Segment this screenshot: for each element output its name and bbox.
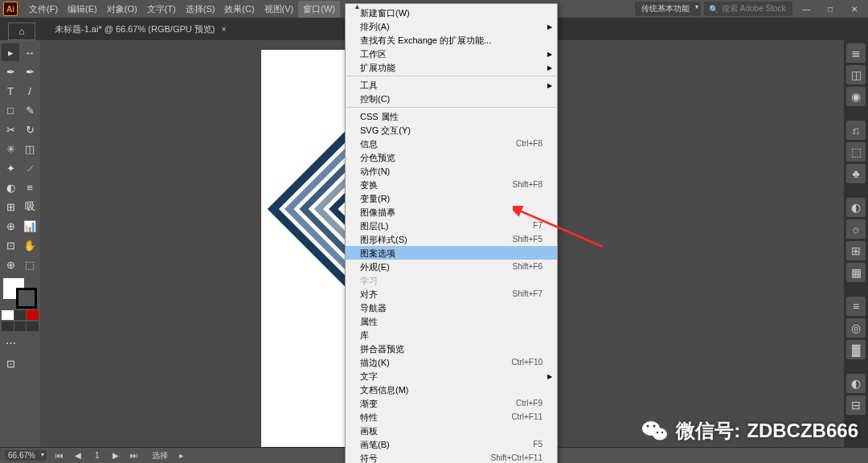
panel2-14[interactable]: ⊟ — [846, 395, 866, 415]
menu-item-32[interactable]: 画板 — [346, 424, 557, 437]
tool-5[interactable]: / — [21, 82, 39, 100]
mini-black[interactable] — [14, 310, 27, 320]
tool-7[interactable]: ✎ — [21, 101, 39, 119]
tool-13[interactable]: ⟋ — [21, 159, 39, 177]
tool-10[interactable]: ✳ — [2, 140, 19, 158]
menu-item-22[interactable]: 对齐Shift+F7 — [346, 287, 557, 301]
tool-19[interactable]: 📊 — [21, 217, 39, 235]
minimize-button[interactable]: — — [796, 2, 817, 16]
nav-prev[interactable]: ◀ — [72, 451, 84, 460]
tool-11[interactable]: ◫ — [21, 140, 39, 158]
menu-1[interactable]: 编辑(E) — [63, 1, 102, 18]
menu-item-34[interactable]: 符号Shift+Ctrl+F11 — [346, 451, 557, 463]
tool-1[interactable]: ↔ — [21, 43, 39, 61]
nav-first[interactable]: ⏮ — [53, 451, 66, 460]
menu-item-3[interactable]: 工作区 — [346, 47, 557, 60]
menu-item-30[interactable]: 渐变Ctrl+F9 — [346, 396, 557, 410]
tool-23[interactable]: ⬚ — [21, 256, 39, 273]
tool-6[interactable]: □ — [2, 101, 19, 119]
menu-item-17[interactable]: 图层(L)F7 — [346, 219, 557, 232]
tab-home-button[interactable]: ⌂ — [8, 23, 35, 40]
nav-next[interactable]: ▶ — [110, 451, 121, 460]
tool-0[interactable]: ▸ — [2, 43, 19, 61]
document-tab[interactable]: 未标题-1.ai* @ 66.67% (RGB/GPU 预览) × — [47, 20, 234, 39]
menu-item-4[interactable]: 扩展功能 — [346, 60, 557, 74]
menu-3[interactable]: 文字(T) — [142, 1, 181, 18]
menu-item-31[interactable]: 特性Ctrl+F11 — [346, 410, 557, 424]
mini-c[interactable] — [27, 322, 39, 331]
menu-item-9[interactable]: CSS 属性 — [346, 109, 557, 123]
menu-item-20[interactable]: 外观(E)Shift+F6 — [346, 260, 557, 273]
panel2-6[interactable]: ◐ — [846, 198, 866, 217]
menu-item-13[interactable]: 动作(N) — [346, 164, 557, 178]
nav-last[interactable]: ⏭ — [128, 451, 141, 460]
menu-item-10[interactable]: SVG 交互(Y) — [346, 123, 557, 137]
menu-item-6[interactable]: 工具 — [346, 78, 557, 92]
menu-item-7[interactable]: 控制(C) — [346, 92, 557, 105]
panel2-12[interactable]: ▓ — [846, 340, 866, 359]
menu-item-28[interactable]: 文字 — [346, 369, 557, 383]
panel2-10[interactable]: ≡ — [846, 297, 866, 316]
menu-0[interactable]: 文件(F) — [24, 1, 63, 18]
menu-item-26[interactable]: 拼合器预览 — [346, 342, 557, 355]
menu-4[interactable]: 选择(S) — [181, 1, 220, 18]
menu-item-1[interactable]: 排列(A) — [346, 19, 557, 33]
tool-12[interactable]: ✦ — [2, 159, 19, 177]
menu-2[interactable]: 对象(O) — [102, 1, 142, 18]
tab-close-button[interactable]: × — [221, 25, 226, 34]
panel2-5[interactable]: ♣ — [846, 164, 866, 183]
menu-item-33[interactable]: 画笔(B)F5 — [346, 437, 557, 451]
menu-item-25[interactable]: 库 — [346, 328, 557, 342]
menu-item-24[interactable]: 属性 — [346, 314, 557, 328]
menu-6[interactable]: 视图(V) — [260, 1, 299, 18]
menu-item-12[interactable]: 分色预览 — [346, 150, 557, 164]
panel2-0[interactable]: ≣ — [846, 43, 866, 63]
panel2-8[interactable]: ⊞ — [846, 241, 866, 260]
zoom-level[interactable]: 66.67% — [5, 450, 47, 461]
tool-9[interactable]: ↻ — [21, 121, 39, 138]
mini-a[interactable] — [2, 322, 14, 331]
menu-item-19[interactable]: 图案选项 — [346, 246, 557, 260]
menu-item-0[interactable]: 新建窗口(W) — [346, 6, 557, 19]
menu-item-23[interactable]: 导航器 — [346, 301, 557, 314]
panel2-7[interactable]: ☼ — [846, 219, 866, 239]
tool-21[interactable]: ✋ — [21, 236, 39, 254]
nav-page[interactable]: 1 — [90, 450, 104, 461]
tool-4[interactable]: T — [2, 82, 19, 100]
menu-item-2[interactable]: 查找有关 Exchange 的扩展功能... — [346, 33, 557, 47]
tool-16[interactable]: ⊞ — [2, 198, 19, 215]
screen-mode[interactable]: ⊡ — [2, 354, 19, 373]
tool-more[interactable]: ⋯ — [2, 333, 19, 352]
menu-item-16[interactable]: 图像描摹 — [346, 205, 557, 219]
menu-item-14[interactable]: 变换Shift+F8 — [346, 178, 557, 191]
search-input[interactable]: 🔍 搜索 Adobe Stock — [704, 2, 792, 16]
panel2-13[interactable]: ◐ — [846, 374, 866, 393]
tool-15[interactable]: ≡ — [21, 178, 39, 196]
panel2-3[interactable]: ⎌ — [846, 121, 866, 140]
panel2-11[interactable]: ◎ — [846, 318, 866, 338]
menu-item-29[interactable]: 文档信息(M) — [346, 383, 557, 396]
mini-b[interactable] — [14, 322, 27, 331]
panel2-4[interactable]: ⬚ — [846, 142, 866, 162]
stroke-color[interactable] — [16, 288, 37, 309]
panel2-1[interactable]: ◫ — [846, 65, 866, 84]
mini-red[interactable] — [27, 310, 39, 320]
color-swatch[interactable] — [2, 278, 39, 309]
menu-item-18[interactable]: 图形样式(S)Shift+F5 — [346, 232, 557, 246]
workspace-switcher[interactable]: 传统基本功能 — [635, 2, 701, 16]
tool-17[interactable]: 吸 — [21, 198, 39, 215]
panel2-2[interactable]: ◉ — [846, 87, 866, 106]
tool-22[interactable]: ⊕ — [2, 256, 19, 273]
menu-7[interactable]: 窗口(W) — [298, 1, 340, 18]
tool-3[interactable]: ✒ — [21, 63, 39, 80]
tool-8[interactable]: ✂ — [2, 121, 19, 138]
tool-14[interactable]: ◐ — [2, 178, 19, 196]
mini-white[interactable] — [2, 310, 14, 320]
maximize-button[interactable]: □ — [820, 2, 841, 16]
menu-5[interactable]: 效果(C) — [219, 1, 259, 18]
menu-item-11[interactable]: 信息Ctrl+F8 — [346, 137, 557, 150]
menu-item-27[interactable]: 描边(K)Ctrl+F10 — [346, 355, 557, 369]
tool-18[interactable]: ⊕ — [2, 217, 19, 235]
menu-item-15[interactable]: 变量(R) — [346, 191, 557, 205]
panel2-9[interactable]: ▦ — [846, 263, 866, 282]
